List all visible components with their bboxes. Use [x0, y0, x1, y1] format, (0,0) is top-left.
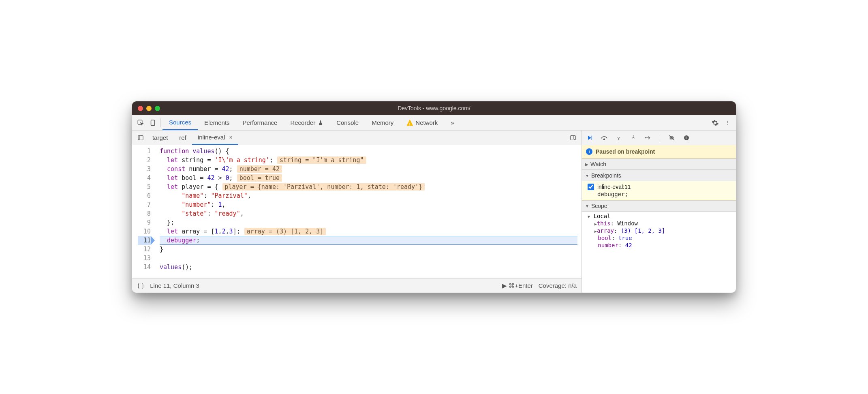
line-number[interactable]: 2 [138, 156, 151, 165]
inspect-icon[interactable] [135, 119, 147, 126]
code-line[interactable]: }; [160, 218, 577, 227]
file-tab-inline-eval[interactable]: inline-eval× [192, 131, 238, 145]
line-number[interactable]: 10 [138, 227, 151, 236]
file-tab-target[interactable]: target [147, 131, 173, 145]
warning-icon [406, 120, 413, 126]
chevron-right-icon: ▶ [585, 162, 588, 167]
breakpoints-section-header[interactable]: ▼Breakpoints [582, 170, 736, 181]
content-area: target ref inline-eval× 1234567891011121… [132, 131, 736, 293]
svg-point-6 [618, 139, 619, 140]
traffic-lights [138, 106, 160, 111]
inline-value: string = "I'm a string" [277, 156, 366, 164]
line-number[interactable]: 13 [138, 254, 151, 263]
step-out-button[interactable] [629, 135, 638, 141]
scope-variable[interactable]: ▶this: Window [582, 220, 736, 227]
code-line[interactable]: let array = [1,2,3];array = (3) [1, 2, 3… [160, 227, 577, 236]
code-content[interactable]: function values() { let string = 'I\'m a… [154, 145, 582, 278]
minimize-window-button[interactable] [146, 106, 152, 111]
tab-elements[interactable]: Elements [198, 115, 236, 130]
step-into-button[interactable] [614, 135, 623, 141]
tab-memory[interactable]: Memory [365, 115, 400, 130]
code-line[interactable]: } [160, 245, 577, 254]
code-line[interactable]: "number": 1, [160, 200, 577, 209]
pretty-print-icon[interactable]: { } [137, 282, 144, 289]
chevron-down-icon: ▼ [585, 173, 589, 178]
run-hint[interactable]: ▶ ⌘+Enter [502, 282, 533, 289]
tab-network[interactable]: Network [400, 115, 444, 130]
tab-sources[interactable]: Sources [162, 115, 198, 130]
code-line[interactable]: function values() { [160, 147, 577, 156]
titlebar: DevTools - www.google.com/ [132, 101, 736, 115]
file-tabbar: target ref inline-eval× [132, 131, 582, 145]
code-line[interactable]: let string = 'I\'m a string';string = "I… [160, 156, 577, 165]
inline-value: bool = true [237, 174, 282, 182]
line-number[interactable]: 5 [138, 182, 151, 191]
tab-recorder[interactable]: Recorder [284, 115, 330, 130]
code-line[interactable]: const number = 42;number = 42 [160, 165, 577, 173]
editor-pane: target ref inline-eval× 1234567891011121… [132, 131, 582, 293]
tab-console[interactable]: Console [330, 115, 365, 130]
tabs-overflow[interactable]: » [444, 115, 460, 130]
scope-variable[interactable]: number: 42 [582, 242, 736, 249]
pause-exceptions-button[interactable] [682, 135, 691, 141]
svg-rect-3 [571, 135, 575, 140]
svg-point-8 [645, 137, 646, 138]
close-window-button[interactable] [138, 106, 143, 111]
code-area[interactable]: 1234567891011121314 function values() { … [132, 145, 582, 278]
debugger-sidebar: i Paused on breakpoint ▶Watch ▼Breakpoin… [582, 131, 736, 293]
maximize-window-button[interactable] [155, 106, 160, 111]
scope-section-header[interactable]: ▼Scope [582, 200, 736, 212]
hide-debugger-icon[interactable] [567, 135, 579, 141]
line-gutter[interactable]: 1234567891011121314 [132, 145, 154, 278]
scope-panel: ▼ Local ▶this: Window ▶array: (3) [1, 2,… [582, 212, 736, 251]
watch-section-header[interactable]: ▶Watch [582, 158, 736, 170]
line-number[interactable]: 7 [138, 200, 151, 209]
scope-variable[interactable]: ▶array: (3) [1, 2, 3] [582, 227, 736, 234]
svg-rect-11 [687, 136, 687, 139]
svg-point-7 [633, 135, 634, 136]
cursor-position: Line 11, Column 3 [150, 282, 199, 289]
line-number[interactable]: 11 [138, 236, 151, 245]
paused-message: Paused on breakpoint [596, 148, 655, 155]
svg-point-9 [684, 135, 689, 140]
line-number[interactable]: 3 [138, 165, 151, 173]
step-over-button[interactable] [600, 135, 609, 141]
line-number[interactable]: 14 [138, 263, 151, 272]
code-line[interactable]: values(); [160, 263, 577, 272]
line-number[interactable]: 12 [138, 245, 151, 254]
scope-variable[interactable]: bool: true [582, 234, 736, 242]
svg-rect-10 [686, 136, 686, 139]
deactivate-breakpoints-button[interactable] [667, 135, 676, 141]
devtools-window: DevTools - www.google.com/ Sources Eleme… [132, 101, 736, 293]
code-line[interactable]: "state": "ready", [160, 209, 577, 218]
code-line[interactable] [160, 254, 577, 263]
info-icon: i [586, 148, 592, 155]
breakpoint-checkbox[interactable] [588, 184, 594, 190]
code-line[interactable]: let bool = 42 > 0;bool = true [160, 173, 577, 182]
svg-point-5 [604, 139, 605, 140]
close-tab-icon[interactable]: × [229, 134, 232, 141]
line-number[interactable]: 9 [138, 218, 151, 227]
show-navigator-icon[interactable] [135, 135, 147, 141]
settings-icon[interactable] [709, 119, 721, 126]
breakpoint-label: inline-eval:11 [597, 184, 631, 190]
inline-value: array = (3) [1, 2, 3] [244, 228, 326, 235]
svg-rect-2 [138, 135, 143, 140]
more-icon[interactable]: ⋮ [721, 120, 733, 126]
code-line[interactable]: let player = {player = {name: 'Parzival'… [160, 182, 577, 191]
step-button[interactable] [644, 135, 652, 141]
file-tab-ref[interactable]: ref [173, 131, 192, 145]
breakpoint-item[interactable]: inline-eval:11 debugger; [582, 181, 736, 200]
inline-value: player = {name: 'Parzival', number: 1, s… [222, 183, 425, 191]
line-number[interactable]: 1 [138, 147, 151, 156]
code-line[interactable]: debugger; [160, 236, 577, 245]
line-number[interactable]: 4 [138, 173, 151, 182]
scope-local-header[interactable]: ▼ Local [582, 212, 736, 220]
editor-statusbar: { } Line 11, Column 3 ▶ ⌘+Enter Coverage… [132, 278, 582, 293]
code-line[interactable]: "name": "Parzival", [160, 191, 577, 200]
tab-performance[interactable]: Performance [236, 115, 284, 130]
resume-button[interactable] [585, 135, 594, 141]
line-number[interactable]: 6 [138, 191, 151, 200]
device-toggle-icon[interactable] [147, 119, 159, 126]
line-number[interactable]: 8 [138, 209, 151, 218]
